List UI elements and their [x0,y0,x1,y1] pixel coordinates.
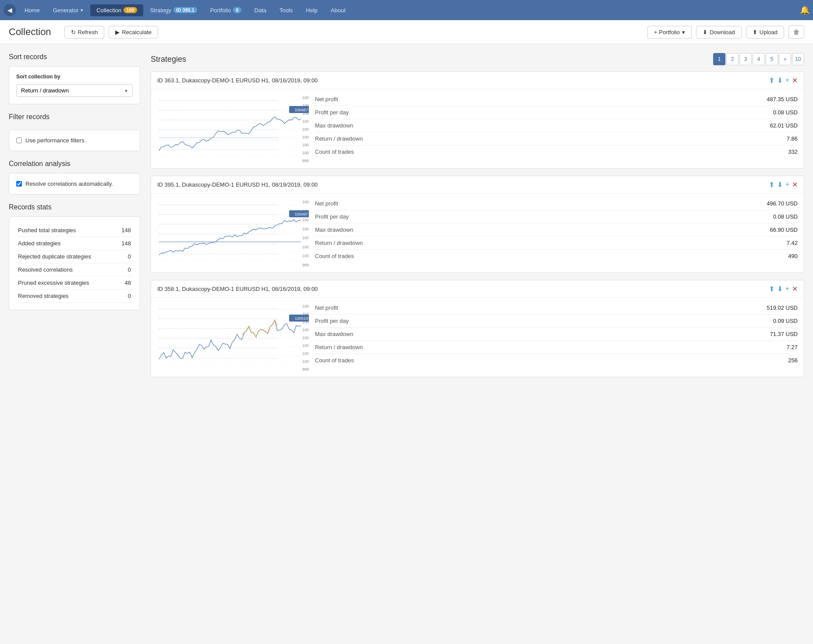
strategies-list: ID 363.1, Dukascopy-DEMO-1 EURUSD H1, 08… [151,71,804,377]
nav-item-strategy[interactable]: Strategy ID 395.1 [144,4,203,16]
remove-icon[interactable]: ✕ [792,285,798,293]
strategy-stat-value: 496.70 USD [767,200,798,207]
strategy-stat-label: Net profit [315,200,338,207]
strategy-stat-label: Count of trades [315,357,354,364]
move-down-icon[interactable]: ⬇ [777,76,783,85]
nav-item-data[interactable]: Data [248,4,272,16]
svg-text:100130: 100130 [302,143,309,147]
add-icon[interactable]: + [785,285,789,293]
strategy-stat-value: 256 [788,357,798,364]
move-up-icon[interactable]: ⬆ [769,76,774,85]
strategy-stat-label: Return / drawdown [315,240,363,246]
strategy-stat-row: Max drawdown 71.37 USD [315,328,798,341]
portfolio-button[interactable]: + Portfolio ▾ [647,26,692,39]
strategy-stat-value: 0.08 USD [773,213,798,220]
stat-row: Resolved correlations0 [16,263,133,276]
strategy-stat-label: Return / drawdown [315,344,363,350]
sort-select-wrap: Return / drawdown Net profit Profit per … [16,84,133,97]
nav-item-tools[interactable]: Tools [273,4,299,16]
strategy-stat-row: Return / drawdown 7.42 [315,237,798,250]
strategy-stat-row: Net profit 496.70 USD [315,197,798,210]
nav-dropdown-icon: ▾ [81,7,83,13]
strategy-stat-label: Profit per day [315,213,349,220]
nav-item-about[interactable]: About [325,4,352,16]
page-btn-4[interactable]: 4 [753,53,765,65]
strategy-stat-value: 490 [788,253,798,259]
upload-icon: ⬆ [753,29,757,35]
strategy-stat-row: Return / drawdown 7.27 [315,341,798,354]
move-up-icon[interactable]: ⬆ [769,180,774,189]
strategy-id-label: ID 395.1, Dukascopy-DEMO-1 EURUSD H1, 08… [157,181,318,188]
svg-text:100590: 100590 [302,304,309,308]
refresh-icon: ↻ [71,29,76,35]
nav-item-help[interactable]: Help [300,4,324,16]
resolve-correlation-row: Resolve correlations automatically. [16,180,133,187]
recalculate-button[interactable]: ▶ Recalculate [109,26,158,39]
move-up-icon[interactable]: ⬆ [769,285,774,293]
sort-card-label: Sort collection by [16,74,133,80]
page-btn-1[interactable]: 1 [713,53,725,65]
remove-icon[interactable]: ✕ [792,76,798,85]
stats-area: Net profit 487.35 USD Profit per day 0.0… [309,89,804,168]
page-btn-3[interactable]: 3 [739,53,752,65]
svg-text:100270: 100270 [302,127,309,131]
notifications-icon[interactable]: 🔔 [800,5,809,15]
refresh-button[interactable]: ↻ Refresh [64,26,105,39]
nav-item-collection[interactable]: Collection 100 [90,4,143,16]
strategy-stat-row: Max drawdown 66.90 USD [315,223,798,237]
resolve-correlation-checkbox[interactable] [16,181,22,187]
svg-text:100519: 100519 [295,316,308,321]
nav-home-button[interactable]: ◀ [4,4,16,16]
page-btn-»[interactable]: » [779,53,791,65]
strategy-header: ID 358.1, Dukascopy-DEMO-1 EURUSD H1, 08… [151,280,804,298]
nav-item-portfolio[interactable]: Portfolio 0 [204,4,247,16]
strategy-stat-label: Count of trades [315,253,354,259]
strategy-stat-label: Max drawdown [315,226,353,233]
strategy-stat-label: Max drawdown [315,331,353,337]
strategy-stat-value: 7.27 [787,344,798,350]
page-btn-5[interactable]: 5 [766,53,778,65]
strategy-stat-value: 487.35 USD [767,96,798,103]
nav-item-home[interactable]: Home [18,4,46,16]
chart-area: .gl{stroke:#aaa;stroke-width:0.5;stroke-… [151,194,309,272]
move-down-icon[interactable]: ⬇ [777,180,783,189]
add-icon[interactable]: + [785,180,789,189]
svg-text:100130: 100130 [302,245,309,249]
add-icon[interactable]: + [785,76,789,85]
download-button[interactable]: ⬇ Download [696,26,742,39]
remove-icon[interactable]: ✕ [792,180,798,189]
stat-label: Resolved correlations [16,263,116,276]
correlation-card: Resolve correlations automatically. [9,173,140,195]
upload-button[interactable]: ⬆ Upload [746,26,784,39]
sort-select[interactable]: Return / drawdown Net profit Profit per … [16,84,133,97]
delete-button[interactable]: 🗑 [788,25,804,39]
page-btn-2[interactable]: 2 [726,53,739,65]
svg-text:100290: 100290 [302,227,309,231]
records-stats-card: Pushed total strategies148Added strategi… [9,216,140,310]
chart-area: .gl{stroke:#aaa;stroke-width:0.5;stroke-… [151,89,309,168]
svg-text:100190: 100190 [302,343,309,348]
strategy-header: ID 363.1, Dukascopy-DEMO-1 EURUSD H1, 08… [151,72,804,89]
page-btn-10[interactable]: 10 [792,53,804,65]
stats-area: Net profit 519.02 USD Profit per day 0.0… [309,298,804,377]
filter-section-title: Filter records [9,113,140,121]
page-title: Collection [9,26,51,38]
stat-label: Pushed total strategies [16,224,116,237]
svg-text:100030: 100030 [302,359,309,364]
strategy-stat-row: Count of trades 256 [315,354,798,367]
stat-label: Added strategies [16,237,116,250]
stat-label: Rejected duplicate strategies [16,250,116,263]
performance-filter-checkbox[interactable] [16,138,22,143]
svg-text:100550: 100550 [302,96,309,100]
strategy-stat-row: Return / drawdown 7.86 [315,132,798,145]
strategy-actions: ⬆ ⬇ + ✕ [769,180,798,189]
correlation-section-title: Correlation analysis [9,160,140,168]
strategy-body: .gl{stroke:#aaa;stroke-width:0.5;stroke-… [151,298,804,377]
stat-value: 148 [116,237,133,250]
move-down-icon[interactable]: ⬇ [777,285,783,293]
nav-item-generator[interactable]: Generator ▾ [47,4,90,16]
strategy-stat-value: 7.42 [787,240,798,246]
svg-text:100270: 100270 [302,336,309,340]
svg-text:100060: 100060 [302,151,309,155]
stat-value: 48 [116,276,133,290]
